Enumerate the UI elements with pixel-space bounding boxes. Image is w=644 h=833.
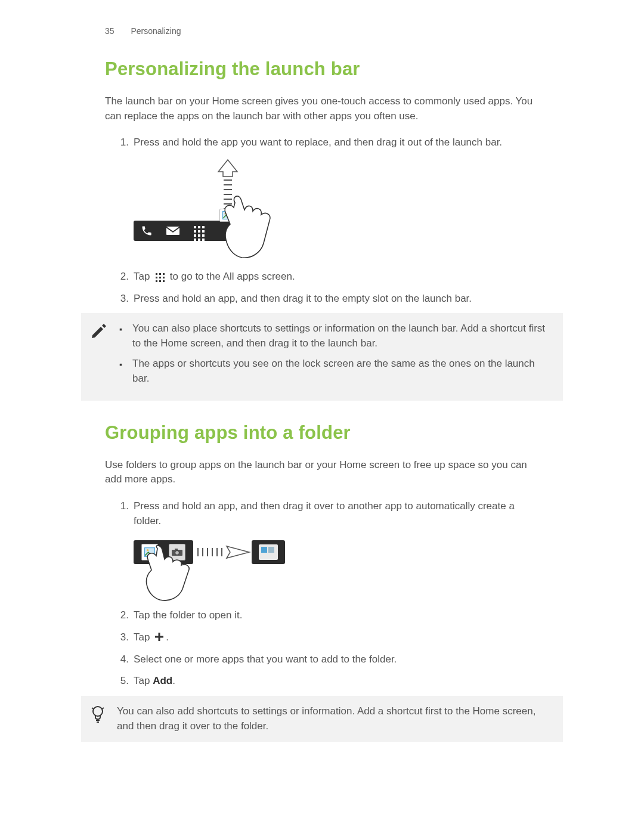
launch-mail-icon xyxy=(160,221,186,241)
fstep-5: Tap Add. xyxy=(119,674,539,689)
fstep-4: Select one or more apps that you want to… xyxy=(119,652,539,667)
fstep-5-bold: Add xyxy=(153,675,172,686)
step-3: Press and hold an app, and then drag it … xyxy=(119,292,539,306)
fstep-3: Tap . xyxy=(119,630,539,645)
svg-marker-22 xyxy=(227,546,249,558)
note-item-1: You can also place shortcuts to settings… xyxy=(129,321,550,351)
note-list: You can also place shortcuts to settings… xyxy=(117,321,550,386)
plus-icon xyxy=(154,632,164,642)
tip-callout: You can also add shortcuts to settings o… xyxy=(81,696,563,742)
step-2: Tap to go to the All apps screen. xyxy=(119,270,539,284)
manual-page: 35 Personalizing Personalizing the launc… xyxy=(0,0,644,833)
intro-launch-bar: The launch bar on your Home screen gives… xyxy=(105,94,539,123)
lightbulb-icon xyxy=(91,705,105,723)
fstep-1-text: Press and hold an app, and then drag it … xyxy=(134,500,515,527)
svg-line-29 xyxy=(102,708,104,709)
svg-marker-0 xyxy=(218,160,237,176)
fstep-1: Press and hold an app, and then drag it … xyxy=(119,499,539,599)
heading-folders: Grouping apps into a folder xyxy=(105,422,539,444)
launch-phone-icon xyxy=(134,221,160,241)
launch-apps-icon xyxy=(186,221,212,241)
step-2-post: to go to the All apps screen. xyxy=(167,271,295,282)
svg-rect-24 xyxy=(155,636,163,637)
step-2-pre: Tap xyxy=(134,271,153,282)
pencil-icon xyxy=(91,323,107,339)
heading-launch-bar: Personalizing the launch bar xyxy=(105,58,539,80)
page-number: 35 xyxy=(105,26,114,36)
fstep-3-post: . xyxy=(166,631,169,643)
step-1: Press and hold the app you want to repla… xyxy=(119,135,539,260)
svg-point-25 xyxy=(93,707,103,716)
steps-folders: Press and hold an app, and then drag it … xyxy=(119,499,539,689)
svg-line-28 xyxy=(92,708,94,709)
fstep-5-post: . xyxy=(172,675,175,686)
section-name: Personalizing xyxy=(131,26,181,36)
svg-rect-8 xyxy=(166,227,179,235)
step-1-text: Press and hold the app you want to repla… xyxy=(134,137,502,148)
hand-pointer-icon xyxy=(217,191,295,262)
apps-grid-icon xyxy=(154,272,165,281)
running-header: 35 Personalizing xyxy=(105,26,539,36)
figure-make-folder xyxy=(134,533,289,599)
note-callout: You can also place shortcuts to settings… xyxy=(81,313,563,401)
steps-launch-bar: Press and hold the app you want to repla… xyxy=(119,135,539,306)
dest-bar xyxy=(252,540,285,564)
fstep-3-pre: Tap xyxy=(134,631,153,643)
hand-pointer-icon-2 xyxy=(141,546,206,603)
tip-text: You can also add shortcuts to settings o… xyxy=(117,704,550,733)
intro-folders: Use folders to group apps on the launch … xyxy=(105,458,539,487)
folder-icon xyxy=(259,544,278,560)
note-item-2: The apps or shortcuts you see on the loc… xyxy=(129,357,550,386)
fstep-2: Tap the folder to open it. xyxy=(119,608,539,623)
figure-drag-out xyxy=(134,155,295,260)
fstep-5-pre: Tap xyxy=(134,675,153,686)
